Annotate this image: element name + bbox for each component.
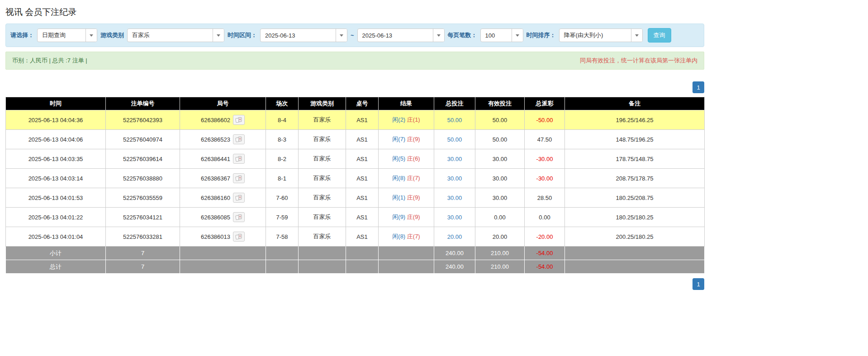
view-cards-icon[interactable] bbox=[233, 212, 245, 222]
cell-result: 闲(1) 庄(9) bbox=[379, 188, 434, 208]
date-from-select[interactable]: 2025-06-13 bbox=[260, 28, 347, 42]
subtotal-valid-bet: 210.00 bbox=[475, 247, 525, 260]
total-bet-link[interactable]: 30.00 bbox=[447, 195, 462, 201]
round-id-value: 626386085 bbox=[201, 214, 230, 221]
view-cards-icon[interactable] bbox=[233, 154, 245, 164]
result-player: 闲(1) bbox=[392, 194, 405, 201]
total-bet-link[interactable]: 50.00 bbox=[447, 117, 462, 123]
cell-valid-bet: 30.00 bbox=[475, 188, 525, 208]
page-size-select[interactable]: 100 bbox=[480, 28, 523, 42]
pagination-top: 1 bbox=[5, 81, 704, 93]
cell-bet-id: 522576040974 bbox=[106, 130, 180, 149]
view-cards-icon[interactable] bbox=[233, 232, 245, 242]
cell-valid-bet: 30.00 bbox=[475, 169, 525, 188]
result-player: 闲(8) bbox=[392, 233, 405, 240]
view-cards-icon[interactable] bbox=[233, 173, 245, 183]
subtotal-total-bet: 240.00 bbox=[434, 247, 475, 260]
query-type-value: 日期查询 bbox=[38, 31, 70, 39]
cell-table-no: AS1 bbox=[346, 110, 379, 130]
cell-game-type: 百家乐 bbox=[299, 208, 346, 227]
chevron-down-icon[interactable] bbox=[512, 29, 523, 42]
subtotal-row: 小计 7 240.00 210.00 -54.00 bbox=[6, 247, 705, 260]
cell-bet-id: 522576034121 bbox=[106, 208, 180, 227]
chevron-down-icon[interactable] bbox=[631, 29, 642, 42]
date-to-select[interactable]: 2025-06-13 bbox=[357, 28, 445, 42]
filter-bar: 请选择： 日期查询 游戏类别 百家乐 时间区间： 2025-06-13 ~ 20… bbox=[5, 24, 704, 47]
view-cards-icon[interactable] bbox=[233, 115, 245, 125]
cell-valid-bet: 50.00 bbox=[475, 110, 525, 130]
cell-result: 闲(5) 庄(6) bbox=[379, 149, 434, 169]
total-bet-link[interactable]: 20.00 bbox=[447, 233, 462, 240]
cell-round-id: 626386085 bbox=[180, 208, 266, 227]
cell-round-id: 626386602 bbox=[180, 110, 266, 130]
table-header-row: 时间 注单编号 局号 场次 游戏类别 桌号 结果 总投注 有效投注 总派彩 备注 bbox=[6, 97, 705, 110]
total-label: 总计 bbox=[6, 260, 106, 274]
cell-payout: -30.00 bbox=[525, 169, 565, 188]
round-id-value: 626386602 bbox=[201, 117, 230, 123]
round-id-value: 626386160 bbox=[201, 195, 230, 201]
cell-remark: 208.75/178.75 bbox=[565, 169, 705, 188]
col-bet-id: 注单编号 bbox=[106, 97, 180, 110]
bet-records-table: 时间 注单编号 局号 场次 游戏类别 桌号 结果 总投注 有效投注 总派彩 备注… bbox=[5, 97, 705, 274]
table-row: 2025-06-13 04:04:36 522576042393 6263866… bbox=[6, 110, 705, 130]
result-banker: 庄(9) bbox=[407, 136, 420, 142]
table-row: 2025-06-13 04:01:22 522576034121 6263860… bbox=[6, 208, 705, 227]
cell-payout: -30.00 bbox=[525, 149, 565, 169]
cell-total-bet: 30.00 bbox=[434, 169, 475, 188]
col-session: 场次 bbox=[266, 97, 299, 110]
cell-payout: 47.50 bbox=[525, 130, 565, 149]
summary-bar: 币别：人民币 | 总共 :7 注单 | 同局有效投注，统一计算在该局第一张注单内 bbox=[5, 52, 704, 70]
cell-round-id: 626386160 bbox=[180, 188, 266, 208]
total-row: 总计 7 240.00 210.00 -54.00 bbox=[6, 260, 705, 274]
chevron-down-icon[interactable] bbox=[433, 29, 444, 42]
total-bet-link[interactable]: 30.00 bbox=[447, 175, 462, 182]
col-time: 时间 bbox=[6, 97, 106, 110]
result-player: 闲(7) bbox=[392, 136, 405, 142]
cell-time: 2025-06-13 04:04:36 bbox=[6, 110, 106, 130]
table-row: 2025-06-13 04:03:14 522576038880 6263863… bbox=[6, 169, 705, 188]
result-player: 闲(8) bbox=[392, 175, 405, 181]
page-1-button[interactable]: 1 bbox=[693, 278, 704, 290]
game-type-value: 百家乐 bbox=[128, 31, 154, 39]
cell-result: 闲(8) 庄(7) bbox=[379, 169, 434, 188]
cell-table-no: AS1 bbox=[346, 208, 379, 227]
sort-value: 降幂(由大到小) bbox=[560, 31, 608, 39]
view-cards-icon[interactable] bbox=[233, 134, 245, 144]
table-row: 2025-06-13 04:04:06 522576040974 6263865… bbox=[6, 130, 705, 149]
result-player: 闲(9) bbox=[392, 214, 405, 220]
cell-bet-id: 522576033281 bbox=[106, 227, 180, 247]
page: 视讯 会员下注纪录 请选择： 日期查询 游戏类别 百家乐 时间区间： 2025-… bbox=[0, 0, 868, 356]
cell-game-type: 百家乐 bbox=[299, 188, 346, 208]
total-total-bet: 240.00 bbox=[434, 260, 475, 274]
content: 视讯 会员下注纪录 请选择： 日期查询 游戏类别 百家乐 时间区间： 2025-… bbox=[5, 0, 704, 304]
total-bet-link[interactable]: 30.00 bbox=[447, 156, 462, 162]
cell-payout: 0.00 bbox=[525, 208, 565, 227]
sort-select[interactable]: 降幂(由大到小) bbox=[559, 28, 643, 42]
cell-remark: 148.75/196.25 bbox=[565, 130, 705, 149]
view-cards-icon[interactable] bbox=[233, 193, 245, 203]
chevron-down-icon[interactable] bbox=[336, 29, 347, 42]
cell-session: 7-58 bbox=[266, 227, 299, 247]
date-from-value: 2025-06-13 bbox=[261, 32, 300, 39]
subtotal-count: 7 bbox=[106, 247, 180, 260]
table-body: 2025-06-13 04:04:36 522576042393 6263866… bbox=[6, 110, 705, 247]
game-type-label: 游戏类别 bbox=[100, 31, 124, 39]
round-id-value: 626386013 bbox=[201, 233, 230, 240]
cell-payout: -20.00 bbox=[525, 227, 565, 247]
chevron-down-icon[interactable] bbox=[85, 29, 97, 42]
cell-remark: 196.25/146.25 bbox=[565, 110, 705, 130]
cell-table-no: AS1 bbox=[346, 149, 379, 169]
cell-game-type: 百家乐 bbox=[299, 130, 346, 149]
query-type-select[interactable]: 日期查询 bbox=[37, 28, 97, 42]
search-button[interactable]: 查询 bbox=[648, 28, 671, 43]
game-type-select[interactable]: 百家乐 bbox=[127, 28, 224, 42]
cell-total-bet: 50.00 bbox=[434, 130, 475, 149]
result-banker: 庄(6) bbox=[407, 155, 420, 162]
col-table-no: 桌号 bbox=[346, 97, 379, 110]
cell-remark: 180.25/208.75 bbox=[565, 188, 705, 208]
chevron-down-icon[interactable] bbox=[213, 29, 224, 42]
total-bet-link[interactable]: 50.00 bbox=[447, 136, 462, 143]
page-1-button[interactable]: 1 bbox=[693, 81, 704, 93]
col-remark: 备注 bbox=[565, 97, 705, 110]
total-bet-link[interactable]: 30.00 bbox=[447, 214, 462, 221]
